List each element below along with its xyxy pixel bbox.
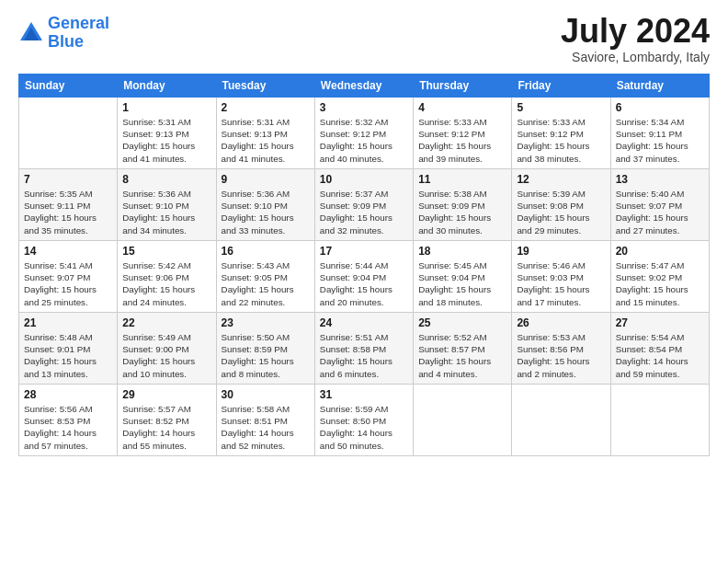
day-info: Sunrise: 5:43 AM Sunset: 9:05 PM Dayligh… [222, 259, 310, 308]
day-number: 3 [320, 101, 408, 114]
day-info: Sunrise: 5:47 AM Sunset: 9:02 PM Dayligh… [616, 259, 704, 308]
calendar-cell: 10Sunrise: 5:37 AM Sunset: 9:09 PM Dayli… [314, 169, 413, 241]
day-number: 21 [24, 316, 112, 329]
day-info: Sunrise: 5:38 AM Sunset: 9:09 PM Dayligh… [418, 188, 506, 236]
day-info: Sunrise: 5:57 AM Sunset: 8:52 PM Dayligh… [122, 403, 210, 452]
header-cell-monday: Monday [118, 75, 216, 98]
day-number: 12 [517, 173, 605, 186]
day-info: Sunrise: 5:48 AM Sunset: 9:01 PM Dayligh… [24, 331, 112, 380]
day-info: Sunrise: 5:45 AM Sunset: 9:04 PM Dayligh… [418, 259, 506, 308]
calendar-cell: 3Sunrise: 5:32 AM Sunset: 9:12 PM Daylig… [314, 98, 413, 169]
day-info: Sunrise: 5:36 AM Sunset: 9:10 PM Dayligh… [122, 188, 210, 236]
calendar-cell [19, 98, 118, 169]
day-number: 23 [222, 316, 310, 329]
day-info: Sunrise: 5:54 AM Sunset: 8:54 PM Dayligh… [616, 331, 704, 380]
calendar-cell [414, 385, 512, 456]
day-info: Sunrise: 5:34 AM Sunset: 9:11 PM Dayligh… [616, 116, 704, 165]
day-number: 19 [517, 245, 605, 258]
logo-line1: General [48, 14, 109, 32]
header-cell-thursday: Thursday [414, 75, 512, 98]
day-info: Sunrise: 5:58 AM Sunset: 8:51 PM Dayligh… [222, 403, 310, 452]
calendar-cell: 31Sunrise: 5:59 AM Sunset: 8:50 PM Dayli… [314, 385, 413, 456]
day-info: Sunrise: 5:46 AM Sunset: 9:03 PM Dayligh… [517, 259, 605, 308]
calendar-cell: 22Sunrise: 5:49 AM Sunset: 9:00 PM Dayli… [118, 313, 216, 385]
day-info: Sunrise: 5:36 AM Sunset: 9:10 PM Dayligh… [222, 188, 310, 236]
calendar-cell: 16Sunrise: 5:43 AM Sunset: 9:05 PM Dayli… [216, 241, 314, 313]
day-number: 27 [616, 316, 704, 329]
day-number: 2 [222, 101, 310, 114]
header-cell-friday: Friday [512, 75, 610, 98]
calendar-cell: 6Sunrise: 5:34 AM Sunset: 9:11 PM Daylig… [610, 98, 709, 169]
day-number: 18 [418, 245, 506, 258]
header: General Blue July 2024 Saviore, Lombardy… [18, 15, 710, 64]
week-row-4: 21Sunrise: 5:48 AM Sunset: 9:01 PM Dayli… [19, 313, 710, 385]
calendar-cell: 4Sunrise: 5:33 AM Sunset: 9:12 PM Daylig… [414, 98, 512, 169]
calendar-cell: 29Sunrise: 5:57 AM Sunset: 8:52 PM Dayli… [118, 385, 216, 456]
day-number: 6 [616, 101, 704, 114]
day-info: Sunrise: 5:37 AM Sunset: 9:09 PM Dayligh… [320, 188, 408, 236]
header-cell-saturday: Saturday [610, 75, 709, 98]
calendar-table: SundayMondayTuesdayWednesdayThursdayFrid… [18, 74, 710, 456]
day-number: 26 [517, 316, 605, 329]
calendar-cell: 28Sunrise: 5:56 AM Sunset: 8:53 PM Dayli… [19, 385, 118, 456]
day-number: 13 [616, 173, 704, 186]
day-info: Sunrise: 5:32 AM Sunset: 9:12 PM Dayligh… [320, 116, 408, 165]
day-info: Sunrise: 5:35 AM Sunset: 9:11 PM Dayligh… [24, 188, 112, 236]
calendar-cell: 19Sunrise: 5:46 AM Sunset: 9:03 PM Dayli… [512, 241, 610, 313]
location: Saviore, Lombardy, Italy [561, 50, 710, 64]
calendar-cell: 7Sunrise: 5:35 AM Sunset: 9:11 PM Daylig… [19, 169, 118, 241]
day-number: 17 [320, 245, 408, 258]
week-row-1: 1Sunrise: 5:31 AM Sunset: 9:13 PM Daylig… [19, 98, 710, 169]
calendar-cell: 2Sunrise: 5:31 AM Sunset: 9:13 PM Daylig… [216, 98, 314, 169]
day-info: Sunrise: 5:49 AM Sunset: 9:00 PM Dayligh… [122, 331, 210, 380]
logo: General Blue [18, 15, 109, 52]
day-number: 8 [122, 173, 210, 186]
day-info: Sunrise: 5:39 AM Sunset: 9:08 PM Dayligh… [517, 188, 605, 236]
day-info: Sunrise: 5:50 AM Sunset: 8:59 PM Dayligh… [222, 331, 310, 380]
day-number: 30 [222, 388, 310, 401]
day-info: Sunrise: 5:44 AM Sunset: 9:04 PM Dayligh… [320, 259, 408, 308]
calendar-cell: 15Sunrise: 5:42 AM Sunset: 9:06 PM Dayli… [118, 241, 216, 313]
day-number: 15 [122, 245, 210, 258]
month-title: July 2024 [561, 15, 710, 48]
day-number: 29 [122, 388, 210, 401]
day-info: Sunrise: 5:42 AM Sunset: 9:06 PM Dayligh… [122, 259, 210, 308]
logo-text: General Blue [48, 15, 109, 52]
day-info: Sunrise: 5:31 AM Sunset: 9:13 PM Dayligh… [122, 116, 210, 165]
logo-icon [18, 20, 44, 46]
day-number: 5 [517, 101, 605, 114]
day-number: 16 [222, 245, 310, 258]
title-block: July 2024 Saviore, Lombardy, Italy [561, 15, 710, 64]
header-row: SundayMondayTuesdayWednesdayThursdayFrid… [19, 75, 710, 98]
header-cell-tuesday: Tuesday [216, 75, 314, 98]
day-number: 20 [616, 245, 704, 258]
day-info: Sunrise: 5:41 AM Sunset: 9:07 PM Dayligh… [24, 259, 112, 308]
day-number: 4 [418, 101, 506, 114]
calendar-cell: 18Sunrise: 5:45 AM Sunset: 9:04 PM Dayli… [414, 241, 512, 313]
day-number: 11 [418, 173, 506, 186]
day-number: 22 [122, 316, 210, 329]
calendar-cell: 26Sunrise: 5:53 AM Sunset: 8:56 PM Dayli… [512, 313, 610, 385]
day-info: Sunrise: 5:40 AM Sunset: 9:07 PM Dayligh… [616, 188, 704, 236]
calendar-cell: 20Sunrise: 5:47 AM Sunset: 9:02 PM Dayli… [610, 241, 709, 313]
header-cell-wednesday: Wednesday [314, 75, 413, 98]
week-row-3: 14Sunrise: 5:41 AM Sunset: 9:07 PM Dayli… [19, 241, 710, 313]
calendar-cell: 12Sunrise: 5:39 AM Sunset: 9:08 PM Dayli… [512, 169, 610, 241]
calendar-cell: 8Sunrise: 5:36 AM Sunset: 9:10 PM Daylig… [118, 169, 216, 241]
day-info: Sunrise: 5:56 AM Sunset: 8:53 PM Dayligh… [24, 403, 112, 452]
day-info: Sunrise: 5:31 AM Sunset: 9:13 PM Dayligh… [222, 116, 310, 165]
day-info: Sunrise: 5:53 AM Sunset: 8:56 PM Dayligh… [517, 331, 605, 380]
calendar-cell: 9Sunrise: 5:36 AM Sunset: 9:10 PM Daylig… [216, 169, 314, 241]
day-info: Sunrise: 5:33 AM Sunset: 9:12 PM Dayligh… [418, 116, 506, 165]
day-info: Sunrise: 5:59 AM Sunset: 8:50 PM Dayligh… [320, 403, 408, 452]
day-number: 9 [222, 173, 310, 186]
calendar-cell: 23Sunrise: 5:50 AM Sunset: 8:59 PM Dayli… [216, 313, 314, 385]
week-row-5: 28Sunrise: 5:56 AM Sunset: 8:53 PM Dayli… [19, 385, 710, 456]
day-number: 24 [320, 316, 408, 329]
day-number: 10 [320, 173, 408, 186]
week-row-2: 7Sunrise: 5:35 AM Sunset: 9:11 PM Daylig… [19, 169, 710, 241]
calendar-cell: 14Sunrise: 5:41 AM Sunset: 9:07 PM Dayli… [19, 241, 118, 313]
day-number: 1 [122, 101, 210, 114]
day-number: 31 [320, 388, 408, 401]
calendar-cell: 21Sunrise: 5:48 AM Sunset: 9:01 PM Dayli… [19, 313, 118, 385]
